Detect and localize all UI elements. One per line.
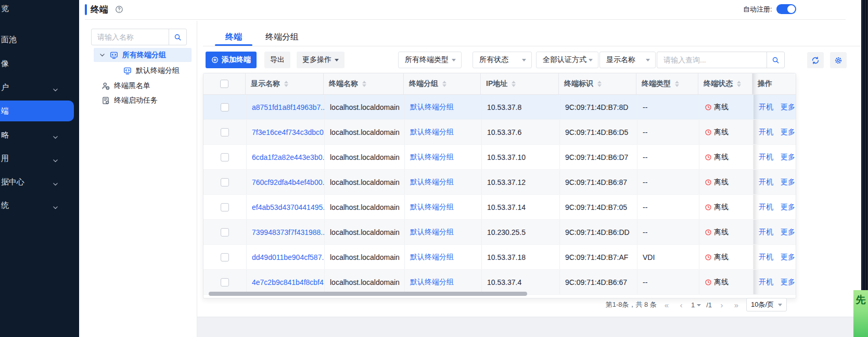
- row-checkbox[interactable]: [221, 178, 229, 186]
- sidebar-item-1[interactable]: 面池: [0, 33, 79, 46]
- table-row[interactable]: a8751fd1a8f14963b7...localhost.localdoma…: [203, 95, 796, 120]
- more-actions-link[interactable]: 更多: [781, 228, 797, 237]
- display-name-link[interactable]: 760cf92dfa4b4ef4b00...: [252, 178, 325, 186]
- sidebar-item-0[interactable]: 览: [0, 2, 79, 15]
- table-header-row: 显示名称终端名称终端分组IP地址终端标识终端类型终端状态操作: [203, 73, 796, 95]
- filter-status[interactable]: 所有状态: [473, 52, 532, 68]
- table-row[interactable]: 7f3e16ce4f734c3dbc0...localhost.localdom…: [203, 120, 796, 145]
- magnifier-icon[interactable]: [169, 29, 186, 45]
- terminal-group-link[interactable]: 默认终端分组: [410, 153, 454, 162]
- power-on-button[interactable]: 开机: [759, 103, 773, 112]
- tree-node-2[interactable]: 终端黑名单: [94, 79, 192, 93]
- cell-3: 10.53.37.4: [482, 270, 560, 294]
- ip-address: 10.53.37.12: [487, 178, 526, 186]
- action-links: 开机更多: [759, 153, 797, 162]
- terminal-group-link[interactable]: 默认终端分组: [410, 228, 454, 237]
- terminal-group-link[interactable]: 默认终端分组: [410, 278, 454, 287]
- group-search-input[interactable]: [92, 29, 169, 45]
- sidebar-item-7[interactable]: 据中心: [0, 175, 79, 189]
- more-actions-button[interactable]: 更多操作: [297, 52, 344, 68]
- page-size-select[interactable]: 10条/页: [746, 298, 787, 311]
- last-page-button[interactable]: »: [732, 301, 741, 309]
- tab-terminal-group[interactable]: 终端分组: [259, 30, 305, 44]
- row-checkbox[interactable]: [221, 253, 229, 261]
- table-row[interactable]: 6cda1f2a82e443e3b0...localhost.localdoma…: [203, 145, 796, 170]
- tree-node-3[interactable]: 终端启动任务: [94, 93, 192, 107]
- display-name-link[interactable]: 7f3e16ce4f734c3dbc0...: [252, 128, 325, 136]
- table-row[interactable]: 4e7c2b9c841b4f8cbf4...localhost.localdom…: [203, 270, 796, 295]
- display-name-link[interactable]: 739948373f7f431988...: [252, 228, 325, 236]
- sidebar-item-5[interactable]: 略: [0, 128, 79, 142]
- sidebar-item-3[interactable]: 户: [0, 81, 79, 94]
- column-header-1: 终端名称: [324, 73, 404, 94]
- filter-field[interactable]: 显示名称: [599, 52, 656, 68]
- next-page-button[interactable]: ›: [717, 301, 726, 309]
- sort-icon[interactable]: [512, 81, 516, 87]
- row-checkbox[interactable]: [221, 153, 229, 161]
- terminal-group-link[interactable]: 默认终端分组: [410, 203, 454, 212]
- first-page-button[interactable]: «: [662, 301, 671, 309]
- sort-icon[interactable]: [442, 81, 446, 87]
- power-on-button[interactable]: 开机: [759, 253, 773, 262]
- tree-node-1[interactable]: 默认终端分组: [94, 64, 192, 78]
- select-all-checkbox[interactable]: [220, 80, 228, 88]
- display-name-link[interactable]: ef4ab53d4370441495...: [252, 203, 325, 211]
- sidebar-item-2[interactable]: 像: [0, 57, 79, 70]
- auto-register-toggle[interactable]: [776, 4, 796, 14]
- corner-green-badge[interactable]: 先: [853, 290, 868, 337]
- sort-icon[interactable]: [675, 81, 679, 87]
- terminal-group-link[interactable]: 默认终端分组: [410, 178, 454, 187]
- row-checkbox[interactable]: [221, 278, 229, 286]
- more-actions-link[interactable]: 更多: [781, 128, 797, 137]
- power-on-button[interactable]: 开机: [759, 278, 773, 287]
- more-actions-link[interactable]: 更多: [781, 153, 797, 162]
- more-actions-link[interactable]: 更多: [781, 203, 797, 212]
- export-button[interactable]: 导出: [264, 52, 290, 68]
- terminal-group-link[interactable]: 默认终端分组: [410, 103, 454, 112]
- power-on-button[interactable]: 开机: [759, 128, 773, 137]
- gear-icon[interactable]: [830, 52, 847, 68]
- tree-node-0[interactable]: 所有终端分组: [94, 48, 192, 62]
- horizontal-scrollbar[interactable]: [209, 292, 527, 296]
- display-name-link[interactable]: 6cda1f2a82e443e3b0...: [252, 153, 325, 161]
- filter-auth-mode[interactable]: 全部认证方式: [536, 52, 598, 68]
- tab-terminal[interactable]: 终端: [215, 30, 252, 44]
- display-name-link[interactable]: 4e7c2b9c841b4f8cbf4...: [252, 278, 325, 286]
- sort-icon[interactable]: [737, 81, 741, 87]
- sidebar-item-4[interactable]: 端: [0, 104, 79, 118]
- sidebar-item-8[interactable]: 统: [0, 198, 79, 212]
- sort-icon[interactable]: [284, 81, 288, 87]
- refresh-icon[interactable]: [807, 52, 824, 68]
- row-checkbox[interactable]: [221, 128, 229, 136]
- more-actions-link[interactable]: 更多: [781, 278, 797, 287]
- page-select[interactable]: 1: [691, 301, 701, 309]
- prev-page-button[interactable]: ‹: [676, 301, 686, 309]
- query-input[interactable]: [657, 52, 767, 68]
- filter-terminal-type[interactable]: 所有终端类型: [398, 52, 462, 68]
- power-on-button[interactable]: 开机: [759, 203, 773, 212]
- more-actions-link[interactable]: 更多: [781, 178, 797, 187]
- power-on-button[interactable]: 开机: [759, 153, 773, 162]
- more-actions-link[interactable]: 更多: [781, 253, 797, 262]
- row-checkbox[interactable]: [221, 203, 229, 211]
- display-name-link[interactable]: a8751fd1a8f14963b7...: [252, 103, 325, 111]
- power-on-button[interactable]: 开机: [759, 178, 773, 187]
- display-name-link[interactable]: dd49d011be904cf587...: [252, 253, 325, 261]
- table-row[interactable]: 739948373f7f431988...localhost.localdoma…: [203, 220, 796, 245]
- sort-icon[interactable]: [597, 81, 602, 87]
- search-icon[interactable]: [767, 52, 784, 68]
- table-row[interactable]: dd49d011be904cf587...localhost.localdoma…: [203, 245, 796, 270]
- terminal-group-link[interactable]: 默认终端分组: [410, 253, 454, 262]
- add-terminal-button[interactable]: 添加终端: [206, 52, 257, 68]
- sidebar-item-6[interactable]: 用: [0, 152, 79, 165]
- question-circle-icon[interactable]: [115, 5, 123, 16]
- table-row[interactable]: 760cf92dfa4b4ef4b00...localhost.localdom…: [203, 170, 796, 195]
- table-row[interactable]: ef4ab53d4370441495...localhost.localdoma…: [203, 195, 796, 220]
- power-on-button[interactable]: 开机: [759, 228, 773, 237]
- more-actions-link[interactable]: 更多: [781, 103, 797, 112]
- sort-icon[interactable]: [362, 81, 366, 87]
- row-checkbox[interactable]: [221, 103, 229, 111]
- status-text: 离线: [714, 178, 729, 187]
- row-checkbox[interactable]: [221, 228, 229, 236]
- terminal-group-link[interactable]: 默认终端分组: [410, 128, 454, 137]
